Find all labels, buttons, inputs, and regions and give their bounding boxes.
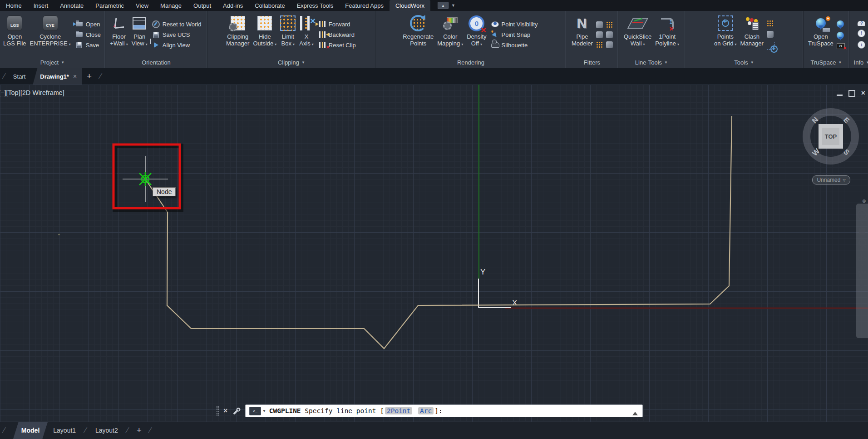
command-history-expand-icon[interactable] [632, 409, 638, 415]
truspace-view-eye-icon[interactable] [837, 32, 844, 39]
tab-express-tools[interactable]: Express Tools [291, 0, 340, 11]
tab-home[interactable]: Home [0, 0, 28, 11]
tools-lighting-icon[interactable] [767, 31, 774, 38]
close-command-line-icon[interactable]: × [223, 407, 227, 415]
chevron-down-icon[interactable]: ▾ [677, 42, 679, 46]
points-on-grid-button[interactable]: Points on Grid▾ [713, 12, 738, 57]
navbar-collapse-icon[interactable]: ⊖ [860, 282, 865, 289]
chevron-down-icon[interactable]: ▾ [275, 42, 276, 46]
save-ucs-button[interactable]: Save UCS [151, 30, 203, 39]
open-truspace-button[interactable]: + Open TruSpace [807, 12, 835, 57]
tab-output[interactable]: Output [187, 0, 217, 11]
zoom-extents-icon[interactable] [858, 239, 866, 247]
clash-manager-button[interactable]: Clash Manager [739, 12, 765, 57]
fitter-cylinder-icon[interactable] [596, 21, 603, 28]
plan-view-button[interactable]: Plan View▾ [130, 12, 149, 57]
one-point-polyline-button[interactable]: 1Point Polyline▾ [654, 12, 681, 57]
point-visibility-button[interactable]: Point Visibility [490, 20, 539, 28]
fitter-patch-icon[interactable] [606, 21, 613, 28]
tab-annotate[interactable]: Annotate [54, 0, 89, 11]
new-layout-button[interactable]: + [132, 422, 146, 439]
chevron-down-icon[interactable]: ▾ [735, 42, 737, 46]
density-off-button[interactable]: 0 Density Off▾ [465, 12, 488, 57]
drawing-canvas[interactable]: [−][Top][2D Wireframe] × Y X [0, 85, 868, 422]
warning-icon[interactable]: ! [858, 30, 865, 37]
tools-plane-points-icon[interactable] [767, 20, 774, 27]
tab-cloudworx[interactable]: CloudWorx [390, 0, 430, 11]
new-drawing-button[interactable]: + [82, 68, 96, 85]
tab-featured-apps[interactable]: Featured Apps [339, 0, 390, 11]
quickslice-wall-button[interactable]: QuickSlice Wall▾ [622, 12, 653, 57]
align-view-button[interactable]: Align View [151, 41, 203, 49]
reset-to-world-button[interactable]: Reset to World [151, 20, 203, 28]
tab-insert[interactable]: Insert [28, 0, 54, 11]
project-open-button[interactable]: Open [74, 20, 102, 28]
tab-layout2[interactable]: Layout2 [90, 422, 123, 439]
panel-label-project[interactable]: Project▼ [0, 57, 105, 68]
file-tab-start[interactable]: Start [9, 68, 30, 85]
silhouette-button[interactable]: Silhouette [490, 41, 539, 49]
project-close-button[interactable]: Close [74, 30, 102, 39]
panel-label-truspace[interactable]: TruSpace▼ [804, 57, 849, 68]
tab-add-ins[interactable]: Add-ins [217, 0, 249, 11]
cyclone-enterprise-button[interactable]: CYE Cyclone ENTERPRISE▾ [29, 12, 72, 57]
ribbon-collapse-control[interactable]: ▲ ▼ [438, 0, 455, 11]
x-axis-clip-button[interactable]: X Axis▾ [298, 12, 315, 57]
viewcube-top-face[interactable]: TOP [819, 124, 843, 149]
chevron-down-icon[interactable]: ▾ [293, 42, 295, 46]
close-tab-icon[interactable]: × [73, 73, 77, 80]
panel-label-tools[interactable]: Tools▼ [685, 57, 803, 68]
tab-view[interactable]: View [130, 0, 154, 11]
chevron-down-icon[interactable] [860, 223, 864, 227]
pan-hand-icon[interactable] [859, 229, 865, 235]
truspace-goto-view-icon[interactable] [837, 20, 844, 28]
panel-label-line-tools[interactable]: Line-Tools▼ [618, 57, 685, 68]
open-lgs-file-button[interactable]: LGS Open LGS File [2, 12, 28, 57]
floor-wall-button[interactable]: + Floor +Wall▾ [108, 12, 129, 57]
tab-layout1[interactable]: Layout1 [48, 422, 81, 439]
limit-box-button[interactable]: Limit Box▾ [279, 12, 297, 57]
chevron-down-icon[interactable]: ▾ [312, 42, 314, 46]
chevron-down-icon[interactable]: ▾ [643, 42, 645, 46]
command-option-arc[interactable]: Arc [418, 407, 434, 414]
reset-clip-button[interactable]: Reset Clip [317, 41, 357, 49]
recent-commands-icon[interactable]: ▼ [263, 409, 265, 413]
clip-forward-button[interactable]: Forward [317, 20, 357, 28]
drag-handle-icon[interactable] [216, 406, 220, 416]
chevron-down-icon[interactable]: ▾ [126, 42, 128, 46]
regenerate-points-button[interactable]: Regenerate Points [401, 12, 435, 57]
help-icon[interactable]: ? [858, 21, 865, 26]
tab-model[interactable]: Model [13, 422, 48, 439]
chevron-down-icon[interactable]: ▾ [461, 42, 463, 46]
about-icon[interactable]: i [858, 41, 865, 49]
command-option-2point[interactable]: 2Point [385, 407, 412, 414]
tab-manage[interactable]: Manage [154, 0, 187, 11]
color-mapping-button[interactable]: Color Mapping▾ [436, 12, 464, 57]
panel-label-info[interactable]: Info▼ [849, 57, 868, 68]
fitter-steel-icon[interactable] [606, 31, 613, 38]
hide-outside-button[interactable]: Hide Outside▾ [252, 12, 278, 57]
ribbon-collapse-icon[interactable]: ▲ [438, 2, 449, 9]
pipe-modeler-button[interactable]: N Pipe Modeler [570, 12, 594, 57]
file-tab-drawing1[interactable]: Drawing1* × [33, 68, 82, 85]
fitter-pipe-junction-icon[interactable] [596, 31, 603, 38]
show-motion-icon[interactable] [858, 271, 866, 277]
fitter-beam-icon[interactable] [606, 41, 613, 48]
panel-label-clipping[interactable]: Clipping▼ [207, 57, 375, 68]
chevron-down-icon[interactable]: ▾ [146, 42, 148, 46]
chevron-down-icon[interactable]: ▾ [480, 42, 482, 46]
tab-collaborate[interactable]: Collaborate [249, 0, 291, 11]
viewcube[interactable]: N E W S TOP [803, 108, 859, 165]
ribbon-collapse-dropdown-icon[interactable]: ▼ [451, 3, 455, 8]
tab-parametric[interactable]: Parametric [89, 0, 130, 11]
chevron-down-icon[interactable] [860, 249, 864, 254]
steering-wheel-icon[interactable] [857, 210, 867, 220]
chevron-down-icon[interactable] [860, 264, 864, 268]
named-view-dropdown[interactable]: Unnamed▽ [812, 175, 850, 185]
truspace-camera-off-icon[interactable]: O [837, 43, 845, 49]
customize-wrench-icon[interactable] [233, 407, 241, 415]
chevron-down-icon[interactable]: ▾ [69, 42, 71, 46]
navigation-bar[interactable]: ⊗ ⊖ [856, 204, 868, 338]
tools-target-point-icon[interactable] [767, 42, 774, 50]
command-input[interactable]: >_ ▼ CWGPLINE Specify line point [2Point… [245, 404, 643, 417]
